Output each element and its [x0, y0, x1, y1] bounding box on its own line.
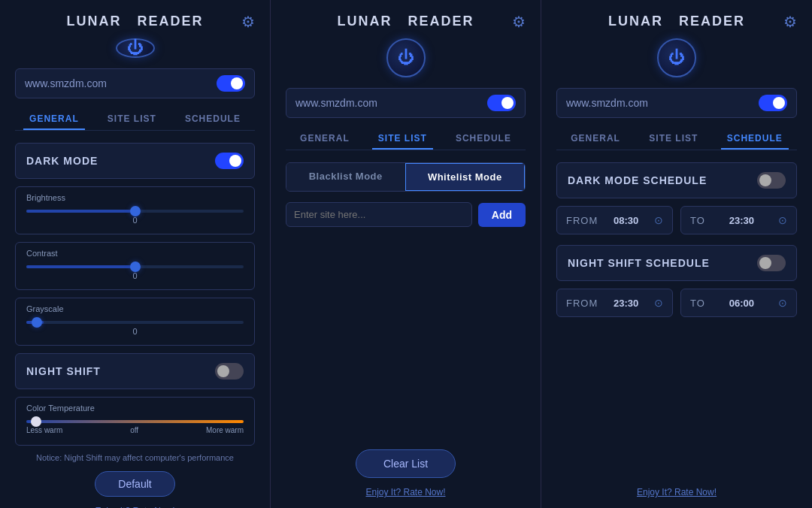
- tab-schedule[interactable]: SCHEDULE: [179, 109, 247, 130]
- title-reader-2: Reader: [408, 14, 474, 29]
- enjoy-link-2[interactable]: Enjoy It? Rate Now!: [365, 487, 445, 497]
- dark-mode-schedule-label: DARK MODE SCHEDULE: [568, 174, 707, 186]
- grayscale-track[interactable]: [26, 321, 244, 324]
- dark-to-value: 23:30: [729, 215, 754, 226]
- tabs: GENERAL SITE LIST SCHEDULE: [15, 109, 255, 131]
- default-button[interactable]: Default: [95, 471, 174, 497]
- grayscale-thumb[interactable]: [32, 317, 42, 328]
- color-temp-track[interactable]: [26, 420, 244, 423]
- brightness-value: 0: [26, 216, 244, 225]
- site-input-row: Add: [286, 202, 526, 227]
- clear-list-button[interactable]: Clear List: [356, 449, 456, 478]
- dark-to-label: TO: [690, 215, 705, 226]
- tab-site-list-3[interactable]: SITE LIST: [643, 129, 704, 150]
- gear-icon[interactable]: ⚙: [241, 13, 255, 31]
- tabs-3: GENERAL SITE LIST SCHEDULE: [556, 129, 797, 150]
- tab-schedule-2[interactable]: SCHEDULE: [450, 129, 517, 150]
- panel-schedule: Lunar Reader ⚙ ⏻ www.smzdm.com GENERAL S…: [541, 0, 812, 508]
- panel-site-list: Lunar Reader ⚙ ⏻ www.smzdm.com GENERAL S…: [271, 0, 541, 508]
- grayscale-value: 0: [26, 327, 244, 336]
- url-toggle[interactable]: [217, 75, 245, 92]
- dark-mode-section: DARK MODE: [15, 143, 255, 179]
- url-bar: www.smzdm.com: [15, 68, 255, 98]
- tab-general[interactable]: GENERAL: [23, 109, 85, 130]
- panel-general: Lunar Reader ⚙ ⏻ www.smzdm.com GENERAL S…: [0, 0, 271, 508]
- url-toggle-3[interactable]: [759, 95, 787, 111]
- brightness-label: Brightness: [26, 193, 244, 202]
- dark-from-value: 08:30: [614, 215, 638, 226]
- dark-mode-toggle[interactable]: [215, 153, 244, 169]
- url-text-3: www.smzdm.com: [566, 97, 648, 109]
- color-temp-thumb[interactable]: [31, 416, 41, 427]
- title-reader-3: Reader: [679, 14, 745, 29]
- contrast-label: Contrast: [26, 249, 244, 258]
- dark-mode-schedule-section: DARK MODE SCHEDULE: [556, 162, 797, 198]
- title-lunar: Lunar: [66, 14, 121, 29]
- power-icon: ⏻: [127, 40, 144, 56]
- power-button[interactable]: ⏻: [116, 38, 155, 58]
- contrast-thumb[interactable]: [130, 262, 141, 272]
- add-button[interactable]: Add: [478, 203, 526, 227]
- site-input[interactable]: [286, 202, 472, 227]
- notice-text: Notice: Night Shift may affect computer'…: [32, 453, 238, 462]
- night-from-label: FROM: [566, 298, 598, 309]
- dark-to-box: TO 23:30 ⊙: [680, 206, 797, 234]
- app-header: Lunar Reader ⚙: [15, 14, 255, 29]
- dark-from-box: FROM 08:30 ⊙: [556, 206, 673, 234]
- gear-icon-2[interactable]: ⚙: [512, 13, 526, 31]
- contrast-slider-box: Contrast 0: [15, 242, 255, 290]
- dark-from-clock-icon[interactable]: ⊙: [654, 214, 663, 226]
- tab-site-list-2[interactable]: SITE LIST: [372, 129, 433, 150]
- tab-general-2[interactable]: GENERAL: [294, 129, 356, 150]
- title-lunar-3: Lunar: [608, 14, 663, 29]
- gear-icon-3[interactable]: ⚙: [783, 13, 797, 31]
- grayscale-label: Grayscale: [26, 304, 244, 313]
- brightness-thumb[interactable]: [130, 206, 141, 216]
- night-to-label: TO: [690, 298, 705, 309]
- enjoy-link-3[interactable]: Enjoy It? Rate Now!: [637, 487, 717, 497]
- grayscale-slider-box: Grayscale 0: [15, 298, 255, 346]
- power-icon-2: ⏻: [398, 50, 414, 66]
- whitelist-mode-btn[interactable]: Whitelist Mode: [405, 163, 526, 191]
- panels-container: Lunar Reader ⚙ ⏻ www.smzdm.com GENERAL S…: [0, 0, 812, 508]
- power-icon-3: ⏻: [668, 50, 685, 66]
- brightness-slider-box: Brightness 0: [15, 186, 255, 234]
- app-header-2: Lunar Reader ⚙: [286, 14, 526, 29]
- night-to-value: 06:00: [729, 298, 754, 309]
- color-temp-label: Color Temperature: [26, 404, 244, 413]
- night-shift-schedule-label: NIGHT SHIFT SCHEDULE: [568, 257, 710, 269]
- night-shift-schedule-toggle[interactable]: [757, 255, 786, 271]
- app-title: Lunar Reader: [66, 14, 203, 29]
- dark-mode-schedule-toggle[interactable]: [757, 172, 786, 189]
- color-temp-less: Less warm: [26, 426, 62, 434]
- night-shift-time-row: FROM 23:30 ⊙ TO 06:00 ⊙: [556, 289, 797, 317]
- night-to-clock-icon[interactable]: ⊙: [778, 297, 787, 309]
- app-title-3: Lunar Reader: [608, 14, 745, 29]
- power-button-2[interactable]: ⏻: [386, 38, 426, 77]
- tab-schedule-3[interactable]: SCHEDULE: [721, 129, 789, 150]
- color-temp-labels: Less warm off More warm: [26, 426, 244, 434]
- night-shift-toggle[interactable]: [215, 363, 244, 379]
- mode-toggle-group: Blacklist Mode Whitelist Mode: [286, 162, 526, 192]
- url-toggle-2[interactable]: [487, 95, 516, 111]
- contrast-value: 0: [26, 271, 244, 280]
- dark-to-clock-icon[interactable]: ⊙: [778, 214, 787, 226]
- power-button-3[interactable]: ⏻: [657, 38, 696, 77]
- contrast-track[interactable]: [26, 265, 244, 268]
- url-text-2: www.smzdm.com: [295, 97, 377, 109]
- night-from-clock-icon[interactable]: ⊙: [654, 297, 663, 309]
- tab-general-3[interactable]: GENERAL: [565, 129, 626, 150]
- tabs-2: GENERAL SITE LIST SCHEDULE: [286, 129, 526, 150]
- blacklist-mode-btn[interactable]: Blacklist Mode: [286, 163, 405, 191]
- color-temp-val: off: [130, 426, 138, 434]
- url-bar-2: www.smzdm.com: [286, 88, 526, 118]
- title-reader: Reader: [138, 14, 204, 29]
- night-to-box: TO 06:00 ⊙: [680, 289, 797, 317]
- tab-site-list[interactable]: SITE LIST: [102, 109, 162, 130]
- dark-mode-label: DARK MODE: [26, 155, 98, 167]
- night-shift-label: NIGHT SHIFT: [26, 365, 101, 377]
- app-title-2: Lunar Reader: [337, 14, 474, 29]
- app-header-3: Lunar Reader ⚙: [556, 14, 797, 29]
- brightness-track[interactable]: [26, 210, 244, 213]
- night-shift-schedule-section: NIGHT SHIFT SCHEDULE: [556, 245, 797, 281]
